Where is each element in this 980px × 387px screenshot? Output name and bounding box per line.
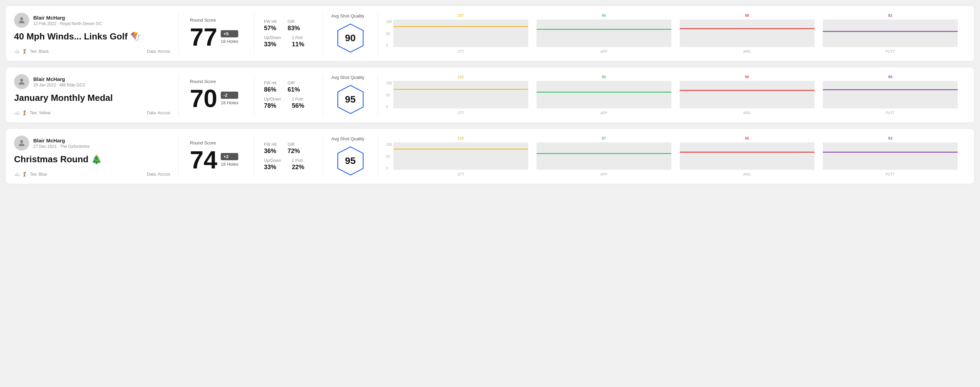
y-tick-100: 100 xyxy=(386,20,392,24)
score-badge: +2 xyxy=(221,153,238,160)
stat-item: 1 Putt 11% xyxy=(292,35,304,48)
stat-item: GIR 83% xyxy=(288,19,300,32)
bar-marker xyxy=(393,89,528,90)
data-source: Data: Arccos xyxy=(147,111,170,115)
stat-label: GIR xyxy=(288,142,300,147)
chart-wrapper: 100 50 0 107 OTT 95 APP 98 xyxy=(386,13,958,54)
score-holes: 18 Holes xyxy=(221,100,238,105)
y-tick-50: 50 xyxy=(386,155,392,159)
stat-value: 56% xyxy=(292,102,304,109)
stats-row-bottom: Up/Down 33% 1 Putt 22% xyxy=(264,158,313,171)
stat-item: 1 Putt 56% xyxy=(292,97,304,109)
tee-info: ☁️ 🏌 Tee: Black xyxy=(14,49,49,54)
bar-container xyxy=(680,143,815,170)
score-holes: 18 Holes xyxy=(221,162,238,167)
stat-value: 22% xyxy=(292,163,304,171)
bar-marker xyxy=(823,31,958,32)
bar-top-value: 107 xyxy=(458,13,464,17)
bar-container xyxy=(823,143,958,170)
score-main: 74 +2 18 Holes xyxy=(190,148,243,172)
bar-container xyxy=(680,19,815,47)
score-section: Round Score 74 +2 18 Holes xyxy=(179,135,255,177)
y-axis: 100 50 0 xyxy=(386,20,393,48)
bar-container xyxy=(823,81,958,108)
bar-top-value: 101 xyxy=(458,75,464,79)
stat-value: 72% xyxy=(288,148,300,155)
stat-label: GIR xyxy=(288,81,300,86)
user-name: Blair McHarg xyxy=(33,138,89,143)
bag-icon: 🏌 xyxy=(22,171,28,177)
bar-marker xyxy=(680,152,815,153)
user-meta: 29 Jan 2022 · Mill Ride GCC xyxy=(33,82,86,87)
bar-x-label: APP xyxy=(600,111,607,115)
chart-wrapper: 100 50 0 101 OTT 86 APP 96 xyxy=(386,75,958,115)
quality-label: Avg Shot Quality xyxy=(331,13,364,19)
weather-icon: ☁️ xyxy=(14,171,20,177)
bar-top-value: 95 xyxy=(745,136,749,140)
chart-section: 100 50 0 110 OTT 87 APP 95 xyxy=(378,135,966,177)
bar-top-value: 96 xyxy=(745,75,749,79)
bar-container xyxy=(823,19,958,47)
bar-group-ott: 110 OTT xyxy=(393,136,528,176)
stat-label: FW Hit xyxy=(264,19,277,24)
data-source: Data: Arccos xyxy=(147,172,170,177)
stats-section: FW Hit 57% GIR 83% Up/Down 33% 1 Putt 11… xyxy=(255,13,323,54)
score-badge: +5 xyxy=(221,30,238,37)
round-card-2: Blair McHarg 29 Jan 2022 · Mill Ride GCC… xyxy=(5,67,975,123)
bar-marker xyxy=(823,89,958,90)
score-badge-col: -2 18 Holes xyxy=(221,92,238,105)
stat-item: FW Hit 86% xyxy=(264,81,277,93)
stats-section: FW Hit 36% GIR 72% Up/Down 33% 1 Putt 22… xyxy=(255,135,323,177)
bar-x-label: ARG xyxy=(743,50,751,54)
y-axis: 100 50 0 xyxy=(386,81,393,109)
score-main: 77 +5 18 Holes xyxy=(190,25,243,49)
quality-section: Avg Shot Quality 95 xyxy=(323,135,378,177)
bar-group-app: 95 APP xyxy=(536,13,671,54)
stat-value: 33% xyxy=(264,163,281,171)
bar-top-value: 87 xyxy=(602,136,606,140)
bar-top-value: 99 xyxy=(888,75,892,79)
stat-label: 1 Putt xyxy=(292,97,304,102)
quality-number: 90 xyxy=(345,33,356,43)
y-tick-0: 0 xyxy=(386,167,392,170)
tee-label: Tee: Yellow xyxy=(30,111,51,115)
y-tick-0: 0 xyxy=(386,44,392,48)
stat-label: 1 Putt xyxy=(292,158,304,163)
svg-point-2 xyxy=(20,79,23,82)
stat-value: 78% xyxy=(264,102,281,109)
card-left-section: Blair McHarg 27 Dec 2021 · The Oxfordshi… xyxy=(14,135,179,177)
tee-info: ☁️ 🏌 Tee: Blue xyxy=(14,171,47,177)
y-tick-50: 50 xyxy=(386,32,392,36)
card-footer: ☁️ 🏌 Tee: Blue Data: Arccos xyxy=(14,169,170,177)
bar-container xyxy=(536,143,671,170)
stat-label: FW Hit xyxy=(264,142,277,147)
stat-item: 1 Putt 22% xyxy=(292,158,304,171)
card-left-section: Blair McHarg 12 Feb 2022 · Royal North D… xyxy=(14,13,179,54)
card-left-section: Blair McHarg 29 Jan 2022 · Mill Ride GCC… xyxy=(14,74,179,116)
bar-container xyxy=(536,19,671,47)
user-row: Blair McHarg 27 Dec 2021 · The Oxfordshi… xyxy=(14,135,170,151)
stats-row-top: FW Hit 86% GIR 61% xyxy=(264,81,313,93)
chart-section: 100 50 0 101 OTT 86 APP 96 xyxy=(378,74,966,116)
bar-marker xyxy=(393,149,528,149)
bar-x-label: APP xyxy=(600,173,607,176)
quality-number: 95 xyxy=(345,94,356,105)
tee-info: ☁️ 🏌 Tee: Yellow xyxy=(14,110,51,116)
bar-group-arg: 98 ARG xyxy=(680,13,815,54)
stat-item: Up/Down 78% xyxy=(264,97,281,109)
chart-bars: 107 OTT 95 APP 98 ARG xyxy=(393,13,958,54)
person-icon xyxy=(17,139,26,148)
score-badge-col: +5 18 Holes xyxy=(221,30,238,44)
stat-label: Up/Down xyxy=(264,35,281,40)
stat-label: GIR xyxy=(288,19,300,24)
stat-item: FW Hit 57% xyxy=(264,19,277,32)
user-meta: 12 Feb 2022 · Royal North Devon GC xyxy=(33,21,102,26)
round-title: Christmas Round 🎄 xyxy=(14,154,170,165)
bar-x-label: OTT xyxy=(457,111,464,115)
stat-value: 36% xyxy=(264,148,277,155)
weather-icon: ☁️ xyxy=(14,49,20,54)
stats-row-bottom: Up/Down 33% 1 Putt 11% xyxy=(264,35,313,48)
score-holes: 18 Holes xyxy=(221,39,238,44)
stat-value: 57% xyxy=(264,25,277,32)
tee-label: Tee: Black xyxy=(30,49,49,54)
